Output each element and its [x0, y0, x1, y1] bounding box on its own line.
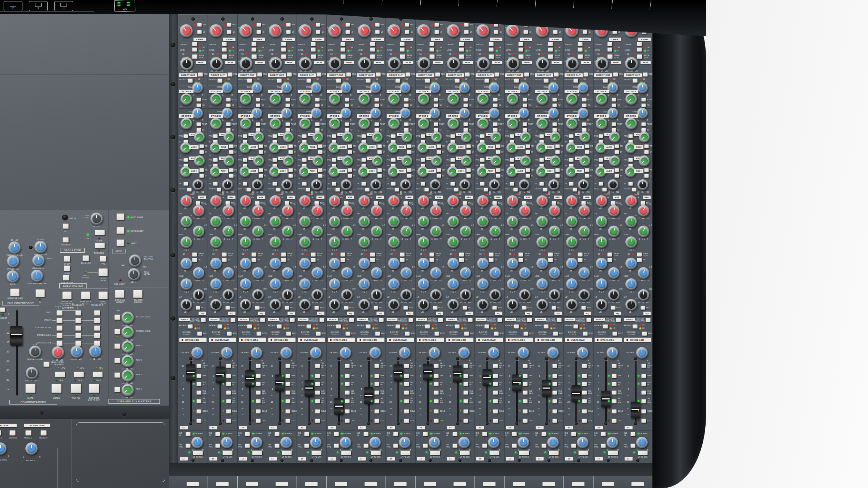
- lf-freq-knob[interactable]: [578, 289, 590, 301]
- ins-pre-button[interactable]: [434, 390, 439, 395]
- lfp-ins-in-button[interactable]: [245, 432, 250, 436]
- lfp-ins-in-button[interactable]: [423, 432, 428, 436]
- lf-bell-button[interactable]: [552, 306, 556, 310]
- lmf-q-knob[interactable]: [299, 278, 311, 290]
- comms-matrix-button[interactable]: [75, 310, 81, 316]
- lfp-ins-in-button[interactable]: [630, 432, 635, 436]
- hpf-pf-button[interactable]: [217, 188, 221, 192]
- pf2-button[interactable]: [306, 78, 311, 83]
- hpf-pf-button[interactable]: [573, 188, 577, 192]
- zero-db-button[interactable]: [226, 374, 231, 378]
- cue-a-level-knob[interactable]: [477, 93, 489, 105]
- hf-gain-knob[interactable]: [477, 195, 489, 207]
- pf2-button[interactable]: [484, 78, 489, 83]
- subgrp-sip-button[interactable]: [63, 275, 69, 281]
- cue-b-pan-knob[interactable]: [222, 108, 233, 119]
- drive-button[interactable]: [311, 42, 316, 46]
- hpf-in-button[interactable]: [599, 182, 603, 186]
- aux4-sf-button[interactable]: [407, 174, 412, 178]
- aux4-pre-button[interactable]: [377, 168, 382, 172]
- bus-pf-button[interactable]: [366, 324, 371, 329]
- fader-handle[interactable]: [393, 364, 403, 381]
- drive-button[interactable]: [548, 42, 553, 46]
- hf-freq-knob[interactable]: [549, 205, 560, 217]
- hpf-pf-button[interactable]: [513, 188, 518, 192]
- aux1-knob[interactable]: [431, 132, 442, 142]
- aux3-knob[interactable]: [461, 155, 472, 166]
- cue-a-post-button[interactable]: [434, 98, 438, 102]
- comms-matrix-button[interactable]: [56, 333, 63, 338]
- cue-b-level-knob[interactable]: [536, 118, 548, 129]
- lf-freq-knob[interactable]: [549, 289, 560, 301]
- hmf-gain-knob[interactable]: [358, 216, 370, 227]
- follow-path-pan-button[interactable]: [379, 318, 384, 322]
- aux2-pre-button[interactable]: [288, 144, 293, 148]
- mon-trim-knob[interactable]: [269, 57, 282, 70]
- direct-pre-button[interactable]: [465, 72, 470, 77]
- follow-path-pan-button[interactable]: [290, 318, 295, 322]
- comms-matrix-button[interactable]: [56, 318, 63, 323]
- lf-bell-button[interactable]: [433, 306, 438, 310]
- aux2-pre-button[interactable]: [407, 144, 412, 148]
- cue-b-post-button[interactable]: [552, 122, 557, 126]
- cue-a-level-knob[interactable]: [358, 93, 370, 105]
- cue-a-pan-knob[interactable]: [578, 82, 588, 93]
- pf2-button[interactable]: [544, 78, 549, 83]
- hmf-q-knob[interactable]: [566, 236, 578, 248]
- aux1-knob[interactable]: [490, 132, 501, 142]
- aux2-sf-button[interactable]: [437, 150, 441, 154]
- route-button[interactable]: [434, 331, 439, 336]
- lf-gain-knob[interactable]: [299, 299, 311, 311]
- zero-db-button[interactable]: [493, 374, 498, 378]
- cue-master-afl-button[interactable]: [114, 387, 120, 392]
- aux3-pre-button[interactable]: [510, 158, 514, 162]
- route-button[interactable]: [494, 331, 499, 336]
- follow-path-pan-button[interactable]: [557, 318, 562, 322]
- pfl-button[interactable]: [100, 256, 106, 262]
- hmf-q-knob[interactable]: [536, 236, 548, 248]
- aux1-knob[interactable]: [194, 132, 205, 142]
- aux4-pre-button[interactable]: [229, 168, 234, 172]
- hmf-q-knob[interactable]: [447, 236, 459, 248]
- cue-b-post-button[interactable]: [523, 122, 527, 126]
- lf-bell-button[interactable]: [522, 306, 527, 310]
- ins-pre-button[interactable]: [523, 390, 528, 395]
- pf2-button[interactable]: [514, 78, 519, 83]
- cue-b-pan-knob[interactable]: [251, 108, 262, 119]
- grp15-mono-r-button[interactable]: [41, 430, 47, 436]
- hpf-in-button[interactable]: [628, 182, 633, 186]
- lmf-gain-knob[interactable]: [358, 258, 370, 269]
- lf-pan-knob[interactable]: [488, 437, 499, 448]
- cue-a-post-button[interactable]: [256, 98, 260, 102]
- aux3-pre-button[interactable]: [213, 158, 218, 162]
- aux3-knob[interactable]: [579, 155, 590, 166]
- bus-pf-button[interactable]: [217, 324, 222, 329]
- hf-freq-knob[interactable]: [430, 205, 442, 217]
- lf-freq-knob[interactable]: [460, 289, 471, 301]
- drive-button[interactable]: [222, 42, 227, 46]
- hmf-q-knob[interactable]: [596, 236, 607, 248]
- cue-b-post-button[interactable]: [463, 122, 468, 126]
- zero-db-button[interactable]: [434, 374, 439, 378]
- cue-b-level-knob[interactable]: [625, 118, 637, 129]
- hmf-freq-knob[interactable]: [341, 226, 353, 237]
- hf-bell-button[interactable]: [225, 201, 230, 205]
- lfp-ins-in-button[interactable]: [334, 432, 339, 436]
- sf-to-mix-button[interactable]: [612, 399, 617, 403]
- cue-b-post-button[interactable]: [374, 122, 379, 126]
- fader-handle[interactable]: [601, 391, 610, 407]
- cue-b-pan-knob[interactable]: [637, 108, 648, 119]
- bus-pf-button[interactable]: [336, 324, 341, 329]
- path-flip-button[interactable]: [281, 54, 286, 59]
- lfp-ins-in-button[interactable]: [571, 432, 576, 436]
- cue-a-level-knob[interactable]: [299, 93, 311, 105]
- comms-listen-button[interactable]: [51, 384, 61, 393]
- route-button[interactable]: [316, 331, 321, 336]
- cue-b-pan-knob[interactable]: [429, 108, 440, 119]
- hf-freq-knob[interactable]: [578, 205, 590, 217]
- sf-to-mix-button[interactable]: [641, 399, 646, 403]
- comms-talk-button[interactable]: [74, 372, 84, 377]
- path-flip-button[interactable]: [251, 54, 257, 59]
- hmf-freq-knob[interactable]: [371, 226, 382, 237]
- aux4-sf-button[interactable]: [199, 174, 204, 178]
